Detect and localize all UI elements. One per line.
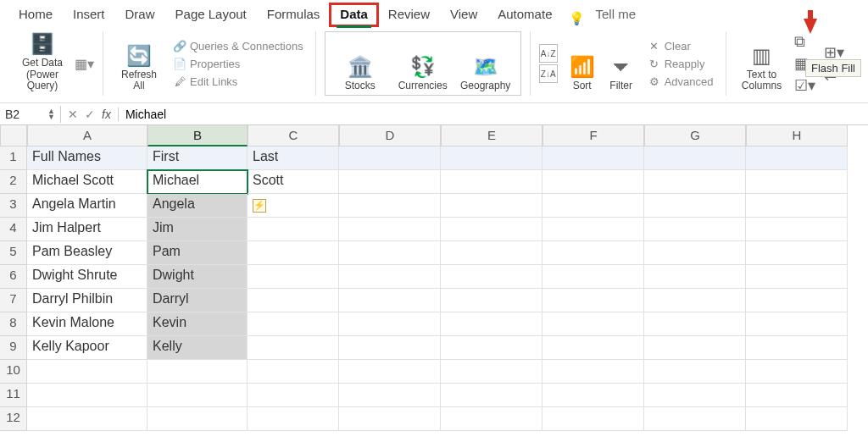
cell-G5[interactable] — [644, 241, 746, 265]
cell-E5[interactable] — [441, 241, 542, 265]
tab-home[interactable]: Home — [8, 3, 63, 26]
name-box-spinner-icon[interactable]: ▲▼ — [47, 108, 55, 120]
tab-draw[interactable]: Draw — [115, 3, 165, 26]
col-header-H[interactable]: H — [746, 125, 848, 146]
cell-E4[interactable] — [441, 218, 542, 241]
col-header-A[interactable]: A — [27, 125, 147, 146]
cell-B10[interactable] — [147, 360, 248, 384]
cell-B8[interactable]: Kevin — [147, 312, 248, 336]
col-header-B[interactable]: B — [147, 125, 248, 146]
cell-A4[interactable]: Jim Halpert — [27, 218, 147, 241]
cell-F7[interactable] — [542, 289, 644, 312]
cell-C7[interactable] — [248, 289, 339, 312]
cell-F12[interactable] — [542, 407, 644, 431]
cell-H8[interactable] — [746, 312, 848, 336]
cell-B1[interactable]: First — [147, 146, 248, 170]
cell-C2[interactable]: Scott — [248, 170, 339, 194]
tab-data[interactable]: Data — [330, 3, 378, 26]
row-header-12[interactable]: 12 — [0, 407, 27, 431]
cell-E2[interactable] — [441, 170, 542, 194]
cell-A2[interactable]: Michael Scott — [27, 170, 147, 194]
cell-E12[interactable] — [441, 407, 542, 431]
row-header-7[interactable]: 7 — [0, 289, 27, 312]
clear-filter-button[interactable]: ✕ Clear — [644, 38, 717, 54]
cell-A7[interactable]: Darryl Philbin — [27, 289, 147, 312]
accept-formula-button[interactable]: ✓ — [85, 108, 95, 121]
flash-fill-button[interactable]: ⧉ — [794, 33, 815, 51]
cell-E9[interactable] — [441, 336, 542, 360]
cell-G4[interactable] — [644, 218, 746, 241]
col-header-D[interactable]: D — [339, 125, 441, 146]
cell-A5[interactable]: Pam Beasley — [27, 241, 147, 265]
select-all-corner[interactable] — [0, 125, 27, 146]
cell-E11[interactable] — [441, 384, 542, 407]
cell-E10[interactable] — [441, 360, 542, 384]
cell-G2[interactable] — [644, 170, 746, 194]
cell-B11[interactable] — [147, 384, 248, 407]
cell-G12[interactable] — [644, 407, 746, 431]
cell-E3[interactable] — [441, 194, 542, 218]
cell-D10[interactable] — [339, 360, 441, 384]
cell-G7[interactable] — [644, 289, 746, 312]
cell-H5[interactable] — [746, 241, 848, 265]
edit-links-button[interactable]: 🖉 Edit Links — [170, 74, 307, 90]
sort-asc-button[interactable]: A↓Z — [539, 44, 558, 63]
cell-A10[interactable] — [27, 360, 147, 384]
cell-C10[interactable] — [248, 360, 339, 384]
cell-F3[interactable] — [542, 194, 644, 218]
cell-A12[interactable] — [27, 407, 147, 431]
cell-D5[interactable] — [339, 241, 441, 265]
cell-F6[interactable] — [542, 265, 644, 289]
cell-B4[interactable]: Jim — [147, 218, 248, 241]
currencies-button[interactable]: 💱 Currencies — [392, 36, 454, 91]
cell-B9[interactable]: Kelly — [147, 336, 248, 360]
row-header-9[interactable]: 9 — [0, 336, 27, 360]
formula-input[interactable] — [119, 106, 868, 123]
tab-view[interactable]: View — [440, 3, 487, 26]
cell-C11[interactable] — [248, 384, 339, 407]
tab-insert[interactable]: Insert — [63, 3, 115, 26]
row-header-4[interactable]: 4 — [0, 218, 27, 241]
col-header-F[interactable]: F — [542, 125, 644, 146]
cell-B7[interactable]: Darryl — [147, 289, 248, 312]
row-header-2[interactable]: 2 — [0, 170, 27, 194]
cell-D3[interactable] — [339, 194, 441, 218]
sort-desc-button[interactable]: Z↓A — [539, 64, 558, 83]
refresh-all-button[interactable]: 🔄 Refresh All — [112, 36, 166, 91]
cell-D8[interactable] — [339, 312, 441, 336]
row-header-11[interactable]: 11 — [0, 384, 27, 407]
cell-H11[interactable] — [746, 384, 848, 407]
cell-E8[interactable] — [441, 312, 542, 336]
cell-H6[interactable] — [746, 265, 848, 289]
cell-E1[interactable] — [441, 146, 542, 170]
tab-review[interactable]: Review — [378, 3, 440, 26]
cell-C6[interactable] — [248, 265, 339, 289]
cell-D9[interactable] — [339, 336, 441, 360]
cell-F11[interactable] — [542, 384, 644, 407]
cell-H3[interactable] — [746, 194, 848, 218]
cell-G3[interactable] — [644, 194, 746, 218]
cell-B5[interactable]: Pam — [147, 241, 248, 265]
cell-H1[interactable] — [746, 146, 848, 170]
cell-B3[interactable]: Angela — [147, 194, 248, 218]
cell-H12[interactable] — [746, 407, 848, 431]
reapply-button[interactable]: ↻ Reapply — [644, 56, 717, 72]
cell-A6[interactable]: Dwight Shrute — [27, 265, 147, 289]
cancel-formula-button[interactable]: ✕ — [68, 108, 78, 121]
cell-F5[interactable] — [542, 241, 644, 265]
cell-C5[interactable] — [248, 241, 339, 265]
cell-G11[interactable] — [644, 384, 746, 407]
cell-A9[interactable]: Kelly Kapoor — [27, 336, 147, 360]
cell-G1[interactable] — [644, 146, 746, 170]
cell-E6[interactable] — [441, 265, 542, 289]
row-header-3[interactable]: 3 — [0, 194, 27, 218]
cell-D12[interactable] — [339, 407, 441, 431]
tell-me[interactable]: Tell me — [585, 3, 646, 26]
tab-formulas[interactable]: Formulas — [257, 3, 331, 26]
cell-D11[interactable] — [339, 384, 441, 407]
cell-C8[interactable] — [248, 312, 339, 336]
queries-connections-button[interactable]: 🔗 Queries & Connections — [170, 38, 307, 54]
cell-F4[interactable] — [542, 218, 644, 241]
cell-F2[interactable] — [542, 170, 644, 194]
cell-D7[interactable] — [339, 289, 441, 312]
